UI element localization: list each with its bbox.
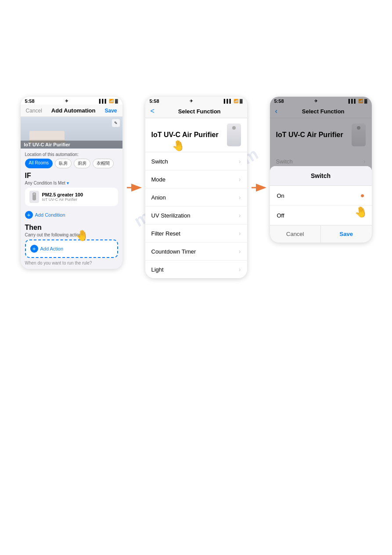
modal-save-button[interactable]: Save	[321, 225, 372, 243]
add-condition-button[interactable]: + Add Condition	[25, 209, 65, 221]
svg-rect-1	[33, 193, 35, 195]
arrow-1	[126, 182, 142, 193]
function-switch[interactable]: Switch ›	[145, 152, 247, 170]
modal-cancel-button[interactable]: Cancel	[270, 225, 321, 243]
battery-icon-2: ▓	[240, 99, 243, 103]
add-action-label: Add Action	[40, 246, 64, 251]
switch-modal: Switch On ● Off ○ Cancel Save	[270, 166, 372, 243]
add-condition-label: Add Condition	[35, 212, 65, 218]
modal-actions: Cancel Save	[270, 225, 372, 243]
function-switch-label: Switch	[151, 158, 168, 165]
tab-bedroom[interactable]: 臥房	[55, 159, 72, 168]
location-tabs: All Rooms 臥房 廚房 衣帽間	[25, 159, 118, 168]
condition-main: PM2.5 greater 100	[42, 192, 83, 197]
function-mode[interactable]: Mode ›	[145, 170, 247, 189]
screen3: 5:58 ✈ ▌▌▌ 📶 ▓ ‹ Select Function IoT UV-…	[270, 97, 372, 243]
arrow-2	[251, 182, 266, 193]
back-button-2[interactable]: <	[151, 107, 155, 115]
status-bar-1: 5:58 ✈ ▌▌▌ 📶 ▓	[21, 97, 122, 105]
tab-wardrobe[interactable]: 衣帽間	[93, 159, 114, 168]
time-1: 5:58	[25, 98, 35, 104]
device-header-2: IoT UV-C Air Purifier	[145, 118, 247, 152]
chevron-countdown: ›	[239, 248, 241, 255]
chevron-anion: ›	[239, 194, 241, 201]
time-2: 5:58	[150, 98, 159, 104]
chevron-switch: ›	[239, 158, 241, 165]
then-section: Then Carry out the following actions: + …	[25, 224, 118, 258]
wifi-icon-1: 📶	[109, 99, 114, 103]
condition-card: PM2.5 greater 100 IoT UV-C Air Purifier	[25, 188, 118, 206]
function-uv[interactable]: UV Sterilization ›	[145, 207, 247, 225]
add-action-icon: +	[30, 245, 38, 253]
option-on-label: On	[277, 192, 284, 199]
option-on-check: ●	[360, 192, 365, 200]
signal-icon-1: ▌▌▌	[99, 99, 108, 103]
chevron-light: ›	[239, 266, 241, 273]
condition-details: PM2.5 greater 100 IoT UV-C Air Purifier	[42, 192, 83, 202]
function-filter[interactable]: Filter Reset ›	[145, 225, 247, 243]
chevron-filter: ›	[239, 230, 241, 237]
function-list-2: Switch › Mode › Anion › UV Sterilization…	[145, 152, 247, 278]
page-title-2: Select Function	[157, 108, 242, 115]
option-on[interactable]: On ●	[270, 186, 372, 206]
add-action-button[interactable]: + Add Action	[25, 239, 118, 258]
option-off-label: Off	[277, 212, 284, 219]
nav-bar-2: < Select Function	[145, 105, 247, 118]
if-header: IF	[25, 172, 118, 180]
wifi-icon-2: 📶	[234, 99, 238, 103]
purifier-icon-2	[227, 123, 241, 146]
cancel-button[interactable]: Cancel	[26, 108, 42, 114]
status-bar-2: 5:58 ✈ ▌▌▌ 📶 ▓	[145, 97, 247, 105]
bottom-question: When do you want to run the rule?	[25, 261, 118, 265]
location-label: Location of this automation:	[25, 152, 118, 157]
status-icons-1: ▌▌▌ 📶 ▓	[99, 99, 118, 103]
condition-sub: IoT UV-C Air Purifier	[42, 197, 83, 202]
edit-icon[interactable]: ✎	[112, 119, 120, 127]
signal-icon-2: ▌▌▌	[224, 99, 232, 103]
page-title-1: Add Automation	[51, 107, 96, 114]
function-countdown[interactable]: Countdown Timer ›	[145, 243, 247, 261]
then-header: Then	[25, 224, 118, 232]
modal-overlay: Switch On ● Off ○ Cancel Save	[270, 97, 372, 243]
status-icons-2: ▌▌▌ 📶 ▓	[224, 99, 243, 103]
function-countdown-label: Countdown Timer	[151, 248, 196, 255]
function-light[interactable]: Light ›	[145, 261, 247, 278]
screen1: 5:58 ✈ ▌▌▌ 📶 ▓ Cancel Add Automation Sav…	[21, 97, 122, 269]
then-sub: Carry out the following actions:	[25, 232, 118, 237]
function-filter-label: Filter Reset	[151, 230, 180, 237]
tab-kitchen[interactable]: 廚房	[74, 159, 90, 168]
function-uv-label: UV Sterilization	[151, 212, 191, 219]
chevron-uv: ›	[239, 212, 241, 219]
nav-bar-1: Cancel Add Automation Save	[21, 105, 122, 117]
function-light-label: Light	[151, 266, 164, 273]
add-condition-icon: +	[25, 211, 33, 219]
device-title-2: IoT UV-C Air Purifier	[151, 131, 219, 139]
condition-icon	[29, 191, 39, 203]
function-mode-label: Mode	[151, 176, 166, 183]
if-sub[interactable]: Any Condition Is Met ▾	[25, 181, 118, 185]
battery-icon-1: ▓	[115, 99, 118, 103]
chevron-mode: ›	[239, 176, 241, 183]
function-anion-label: Anion	[151, 194, 166, 201]
tab-all-rooms[interactable]: All Rooms	[25, 159, 53, 168]
function-anion[interactable]: Anion ›	[145, 189, 247, 207]
save-button-1[interactable]: Save	[104, 108, 117, 114]
device-label: IoT UV-C Air Purifier	[21, 141, 122, 149]
modal-title: Switch	[270, 166, 372, 186]
device-image: IoT UV-C Air Purifier ✎	[21, 117, 122, 149]
option-off[interactable]: Off ○	[270, 206, 372, 225]
content-area-1: Location of this automation: All Rooms 臥…	[21, 149, 122, 269]
option-off-check: ○	[360, 211, 365, 219]
screen2: 5:58 ✈ ▌▌▌ 📶 ▓ < Select Function IoT UV-…	[145, 97, 247, 278]
